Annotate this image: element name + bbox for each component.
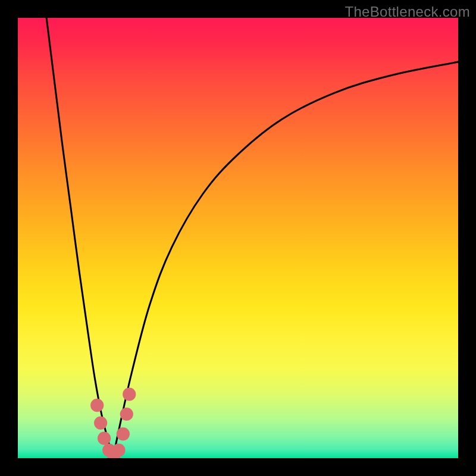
minimum-marker-dot [112,444,125,457]
curves-layer [18,18,458,458]
watermark-text: TheBottleneck.com [345,4,470,20]
minimum-marker-cluster [90,388,136,458]
minimum-marker-dot [90,399,104,412]
plot-area [18,18,458,458]
curve-right-branch [113,62,458,458]
minimum-marker-dot [120,408,133,421]
outer-frame: TheBottleneck.com [0,0,476,476]
curve-left-branch [46,18,113,458]
minimum-marker-dot [117,427,130,440]
minimum-marker-dot [123,388,136,401]
minimum-marker-dot [94,416,107,430]
minimum-marker-dot [98,432,111,445]
